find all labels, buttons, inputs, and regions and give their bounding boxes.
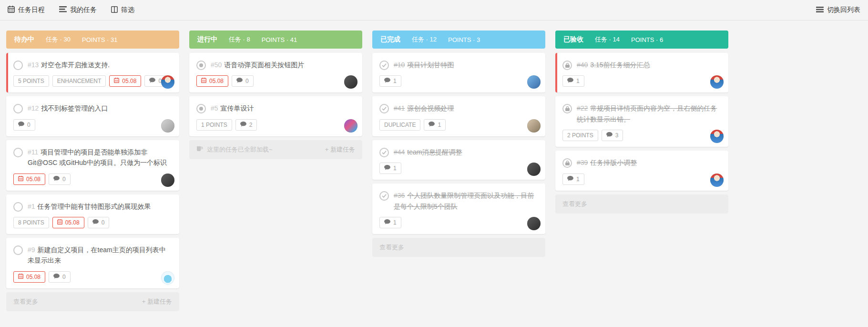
task-title: #9新建自定义项目，在team主页的项目列表中未显示出来 [28, 245, 173, 266]
filter-button[interactable]: 筛选 [111, 6, 134, 14]
comment-icon [53, 274, 60, 280]
comment-icon [149, 78, 155, 84]
task-title: #39任务排版小调整 [577, 157, 640, 168]
comments-tag[interactable]: 0 [13, 119, 35, 131]
new-task-button[interactable]: + 新建任务 [325, 145, 355, 154]
task-card[interactable]: #12找不到标签管理的入口 0 [6, 96, 179, 136]
check-circle-icon [379, 191, 389, 201]
avatar[interactable] [344, 119, 357, 133]
comments-tag[interactable]: 0 [88, 217, 110, 228]
due-date-tag: 05.08 [13, 174, 45, 185]
comments-tag[interactable]: 3 [602, 130, 623, 141]
column-title: 已完成 [380, 35, 400, 44]
column-header: 已完成 任务 · 12 POINTS · 3 [372, 31, 545, 49]
todo-circle-icon [13, 104, 23, 113]
calendar-icon [201, 78, 206, 84]
list-lines-icon [59, 6, 67, 14]
my-tasks-button[interactable]: 我的任务 [59, 6, 97, 14]
avatar[interactable] [161, 119, 174, 133]
task-title: #36个人团队数量限制管理页面以及功能，目前是每个人限制5个团队 [394, 190, 539, 212]
due-date-tag: 05.08 [52, 217, 84, 228]
comments-tag[interactable]: 1 [424, 119, 446, 131]
task-title: #12找不到标签管理的入口 [28, 103, 111, 113]
task-title: #50语音动弹页面相关按钮图片 [211, 60, 307, 70]
comment-icon [53, 176, 60, 183]
task-card[interactable]: #403.15前任务细分汇总 1 [555, 53, 728, 92]
calendar-icon [8, 6, 15, 14]
points-tag: 8 POINTS [13, 217, 49, 228]
load-more-button[interactable]: 查看更多 [562, 200, 587, 208]
new-task-button[interactable]: + 新建任务 [142, 297, 172, 306]
task-number: #12 [28, 104, 39, 112]
avatar[interactable] [527, 163, 541, 176]
comments-tag[interactable]: 1 [379, 217, 401, 228]
column-footer: 这里的任务已全部加载~ + 新建任务 [189, 140, 362, 159]
task-number: #44 [394, 148, 405, 156]
task-card[interactable]: #39任务排版小调整 1 [555, 151, 728, 190]
task-title: #22常规项目详情页面内容为空，且右侧的任务统计数显示出错。 [577, 103, 722, 124]
avatar[interactable] [527, 217, 541, 230]
column-points-count: POINTS · 3 [448, 36, 480, 43]
task-card[interactable]: #44team消息提醒调整 1 [372, 140, 545, 180]
label-tag: DUPLICATE [379, 119, 420, 131]
load-more-button[interactable]: 查看更多 [379, 243, 404, 252]
task-card[interactable]: #1任务管理中能有甘特图形式的展现效果 8 POINTS 05.08 0 [6, 194, 179, 234]
task-card[interactable]: #50语音动弹页面相关按钮图片 05.08 0 [189, 53, 362, 92]
load-more-button[interactable]: 查看更多 [13, 297, 38, 306]
task-number: #5 [211, 104, 218, 112]
task-card[interactable]: #11项目管理中的项目是否能单独添加非Git@OSC 或GitHub中的项目。只… [6, 140, 179, 191]
comments-tag[interactable]: 0 [49, 174, 71, 185]
task-schedule-label: 任务日程 [18, 6, 45, 14]
comments-tag[interactable]: 0 [49, 271, 71, 283]
check-circle-icon [379, 104, 389, 113]
lock-circle-icon [562, 61, 572, 70]
task-number: #9 [28, 246, 35, 254]
calendar-icon [114, 78, 119, 84]
column-footer: 查看更多 + 新建任务 [6, 292, 179, 311]
comment-icon [429, 122, 435, 128]
comments-tag[interactable]: 1 [379, 75, 401, 87]
comments-tag[interactable]: 0 [232, 75, 254, 87]
comment-icon [18, 122, 24, 128]
task-number: #41 [394, 104, 405, 112]
comments-tag[interactable]: 2 [235, 119, 257, 131]
column-title: 进行中 [197, 35, 217, 44]
comment-icon [92, 219, 99, 226]
task-card[interactable]: #41源创会视频处理 DUPLICATE 1 [372, 96, 545, 136]
in-progress-circle-icon [196, 61, 206, 70]
switch-to-list-button[interactable]: 切换回列表 [816, 6, 860, 14]
task-card[interactable]: #13对空仓库开启推送支持. 5 POINTS ENHANCEMENT 05.0… [6, 53, 179, 92]
task-title: #10项目计划甘特图 [394, 60, 457, 70]
task-card[interactable]: #10项目计划甘特图 1 [372, 53, 545, 92]
mug-icon [196, 146, 203, 153]
task-number: #50 [211, 61, 222, 69]
avatar[interactable] [161, 174, 174, 187]
avatar[interactable] [527, 119, 541, 133]
task-card[interactable]: #36个人团队数量限制管理页面以及功能，目前是每个人限制5个团队 1 [372, 184, 545, 234]
filter-label: 筛选 [121, 6, 134, 14]
lock-circle-icon [562, 104, 572, 113]
column-points-count: POINTS · 31 [82, 36, 117, 43]
task-number: #13 [28, 61, 39, 69]
column-completed: 已完成 任务 · 12 POINTS · 3 #10项目计划甘特图 1 #41源… [372, 31, 545, 257]
avatar[interactable] [710, 130, 724, 143]
task-card[interactable]: #22常规项目详情页面内容为空，且右侧的任务统计数显示出错。 2 POINTS … [555, 96, 728, 147]
check-circle-icon [379, 61, 389, 70]
points-tag: 5 POINTS [13, 75, 49, 87]
task-number: #22 [577, 104, 588, 112]
task-schedule-button[interactable]: 任务日程 [8, 6, 45, 14]
label-tag: ENHANCEMENT [52, 75, 106, 87]
points-tag: 1 POINTS [196, 119, 232, 131]
task-title: #13对空仓库开启推送支持. [28, 60, 112, 70]
task-card[interactable]: #5宣传单设计 1 POINTS 2 [189, 96, 362, 136]
comments-tag[interactable]: 1 [562, 75, 584, 87]
avatar[interactable] [710, 174, 724, 187]
task-card[interactable]: #9新建自定义项目，在team主页的项目列表中未显示出来 05.08 0 [6, 238, 179, 288]
task-title: #41源创会视频处理 [394, 103, 457, 113]
comments-tag[interactable]: 1 [562, 174, 584, 185]
calendar-icon [18, 176, 23, 183]
comment-icon [384, 165, 390, 172]
todo-circle-icon [13, 61, 23, 70]
comments-tag[interactable]: 1 [379, 163, 401, 174]
avatar[interactable] [161, 271, 174, 285]
